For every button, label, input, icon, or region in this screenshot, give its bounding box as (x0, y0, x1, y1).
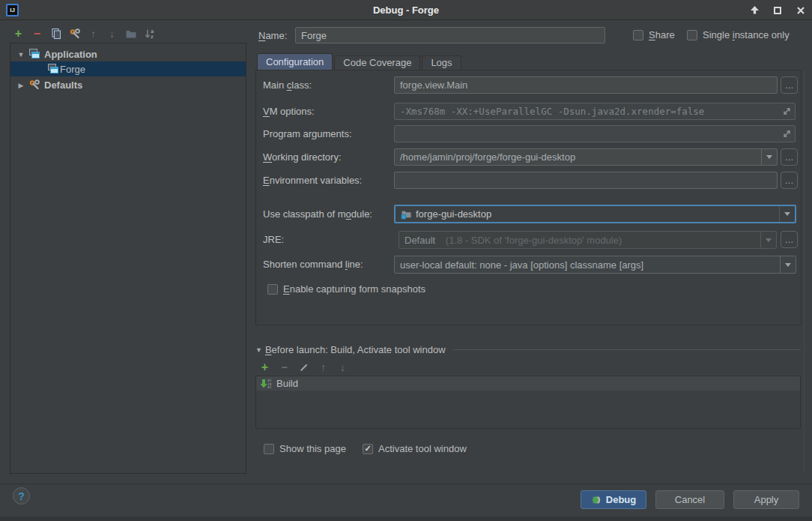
move-down-icon[interactable]: ↓ (106, 27, 118, 40)
tree-item-defaults[interactable]: ▶ Defaults (10, 78, 246, 92)
before-launch-divider (452, 349, 801, 350)
config-tabs: Configuration Code Coverage Logs (257, 53, 461, 70)
activate-tool-window-checkbox[interactable]: ✓ Activate tool window (363, 443, 467, 454)
jre-value: Default (405, 235, 435, 246)
module-label: Use classpath of module: (263, 208, 372, 220)
application-icon (28, 48, 40, 60)
share-checkbox[interactable]: Share (633, 29, 675, 40)
remove-configuration-icon[interactable]: − (31, 27, 43, 40)
show-this-page-checkbox[interactable]: Show this page (264, 443, 346, 454)
window-shade-icon[interactable] (748, 4, 761, 17)
jre-browse-button[interactable]: … (781, 231, 798, 248)
add-task-icon[interactable]: + (258, 361, 271, 373)
task-move-up-icon[interactable]: ↑ (317, 361, 330, 373)
check-icon: ✓ (364, 445, 371, 453)
share-label: Share (649, 29, 675, 40)
dropdown-arrow-icon[interactable] (779, 206, 795, 222)
program-arguments-input[interactable] (394, 125, 796, 142)
edit-task-icon[interactable] (297, 361, 310, 373)
single-instance-checkbox[interactable]: Single instance only (687, 29, 790, 40)
module-icon (401, 208, 412, 220)
tree-item-label: Forge (60, 64, 85, 75)
cancel-button-label: Cancel (675, 494, 705, 505)
checkbox-box[interactable] (633, 30, 643, 40)
dropdown-arrow-icon[interactable] (761, 149, 777, 165)
debug-bug-icon (591, 495, 602, 505)
tree-item-label: Defaults (44, 79, 82, 91)
tree-expanded-icon[interactable]: ▼ (17, 51, 25, 58)
main-class-input[interactable] (394, 76, 778, 94)
vm-options-input[interactable] (394, 103, 796, 120)
tree-collapsed-icon[interactable]: ▶ (17, 82, 25, 89)
checkbox-box[interactable] (687, 30, 697, 40)
edit-defaults-icon[interactable] (68, 27, 81, 40)
titlebar: IJ Debug - Forge (0, 0, 812, 20)
before-launch-list: 01 10 01 Build (255, 376, 801, 429)
environment-variables-input[interactable] (394, 172, 778, 189)
expand-field-icon[interactable] (782, 106, 792, 116)
tab-logs[interactable]: Logs (422, 55, 461, 70)
vm-options-label: VM options: (263, 106, 315, 117)
before-launch-item-build[interactable]: 01 10 01 Build (256, 376, 800, 391)
working-directory-browse-button[interactable]: … (781, 148, 798, 166)
dropdown-arrow-icon[interactable] (760, 232, 776, 248)
window-title: Debug - Forge (0, 0, 812, 20)
expand-field-icon[interactable] (782, 129, 792, 139)
module-combo[interactable]: forge-gui-desktop (394, 205, 796, 223)
apply-button[interactable]: Apply (733, 490, 799, 509)
task-move-down-icon[interactable]: ↓ (336, 361, 349, 373)
defaults-wrench-icon (28, 79, 40, 91)
checkbox-box[interactable] (267, 284, 278, 295)
help-button[interactable]: ? (13, 487, 30, 505)
tab-configuration[interactable]: Configuration (257, 53, 333, 70)
environment-variables-browse-button[interactable]: … (781, 172, 798, 189)
jre-detail: (1.8 - SDK of 'forge-gui-desktop' module… (446, 235, 622, 246)
cancel-button[interactable]: Cancel (655, 490, 724, 509)
window-bottom-edge (0, 517, 812, 521)
working-directory-value: /home/jamin/proj/forge/forge-gui-desktop (395, 151, 761, 163)
shorten-command-line-label: Shorten command line: (263, 259, 363, 270)
tree-item-forge[interactable]: Forge (10, 61, 246, 76)
single-instance-label: Single instance only (703, 29, 790, 40)
folder-icon[interactable] (124, 27, 137, 40)
help-icon: ? (18, 490, 25, 502)
program-arguments-label: Program arguments: (263, 128, 352, 139)
checkbox-box-checked[interactable]: ✓ (363, 444, 373, 454)
before-launch-header[interactable]: ▼ Before launch: Build, Activate tool wi… (255, 344, 801, 355)
before-launch-toolbar: + − ↑ ↓ (258, 361, 349, 373)
name-label: Name: (258, 30, 287, 41)
dropdown-arrow-icon[interactable] (780, 256, 796, 273)
main-class-label: Main class: (263, 79, 312, 91)
window-maximize-icon[interactable] (771, 4, 784, 17)
checkbox-box[interactable] (264, 444, 274, 454)
working-directory-combo[interactable]: /home/jamin/proj/forge/forge-gui-desktop (394, 148, 778, 166)
tab-code-coverage[interactable]: Code Coverage (334, 55, 420, 70)
bottom-separator (0, 484, 812, 484)
jre-label: JRE: (263, 234, 284, 245)
name-input[interactable] (295, 27, 605, 43)
remove-task-icon[interactable]: − (278, 361, 291, 373)
debug-button-label: Debug (606, 494, 636, 505)
apply-button-label: Apply (754, 494, 779, 505)
main-class-browse-button[interactable]: … (781, 76, 798, 94)
window-close-icon[interactable] (794, 4, 808, 17)
jre-combo[interactable]: Default (1.8 - SDK of 'forge-gui-desktop… (399, 231, 777, 249)
debug-button[interactable]: Debug (581, 490, 646, 509)
sort-alphabetically-icon[interactable]: a z (143, 27, 156, 40)
capture-snapshots-checkbox[interactable]: Enable capturing form snapshots (267, 283, 425, 295)
run-config-toolbar: + − ↑ ↓ a z (12, 27, 156, 40)
application-icon (47, 63, 59, 75)
add-configuration-icon[interactable]: + (12, 27, 25, 40)
scroll-edge (804, 71, 805, 472)
activate-tool-window-label: Activate tool window (378, 443, 467, 454)
before-launch-label: Before launch: Build, Activate tool wind… (265, 344, 446, 355)
build-item-label: Build (276, 378, 298, 389)
move-up-icon[interactable]: ↑ (87, 27, 100, 40)
show-this-page-label: Show this page (279, 443, 346, 454)
shorten-command-line-combo[interactable]: user-local default: none - java [options… (394, 256, 796, 274)
copy-configuration-icon[interactable] (49, 27, 62, 40)
tree-item-application[interactable]: ▼ Application (10, 47, 246, 61)
capture-snapshots-label: Enable capturing form snapshots (283, 283, 425, 295)
collapse-section-icon[interactable]: ▼ (255, 346, 262, 354)
module-value: forge-gui-desktop (416, 208, 491, 220)
